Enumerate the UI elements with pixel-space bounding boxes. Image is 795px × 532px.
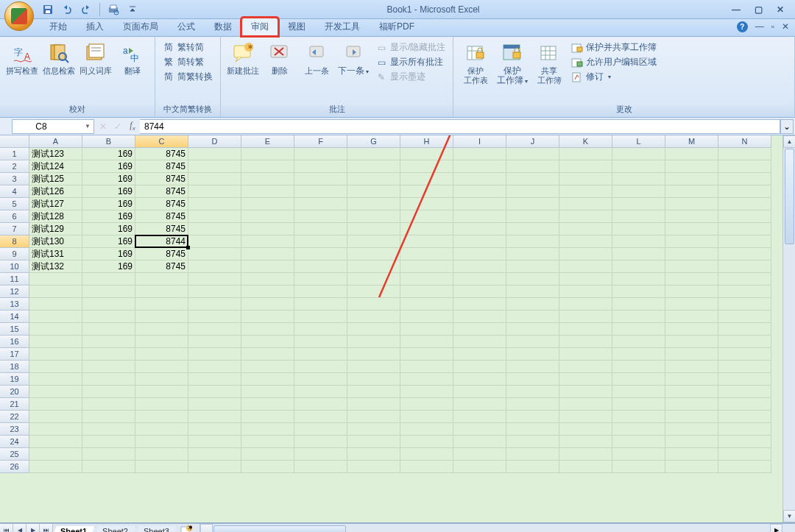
cell[interactable]: [559, 260, 612, 273]
cell[interactable]: [188, 398, 241, 411]
cell[interactable]: [188, 198, 241, 210]
cell[interactable]: [506, 160, 559, 173]
tab-公式[interactable]: 公式: [168, 18, 205, 36]
cell[interactable]: [400, 398, 453, 411]
cell[interactable]: [453, 148, 506, 160]
cell[interactable]: [718, 160, 771, 173]
cell[interactable]: [29, 373, 82, 386]
cell[interactable]: [665, 273, 718, 285]
cell[interactable]: [347, 148, 400, 160]
cell[interactable]: [294, 248, 347, 260]
cell[interactable]: [29, 311, 82, 323]
cell[interactable]: [135, 398, 188, 411]
cell[interactable]: [506, 336, 559, 348]
cell[interactable]: 169: [82, 173, 135, 185]
cell[interactable]: [665, 285, 718, 298]
cell[interactable]: [559, 411, 612, 423]
cell[interactable]: [665, 336, 718, 348]
cell[interactable]: [347, 248, 400, 260]
cell[interactable]: [400, 461, 453, 473]
cell[interactable]: [718, 298, 771, 311]
cell[interactable]: [665, 323, 718, 336]
cell[interactable]: [718, 235, 771, 248]
tab-插入[interactable]: 插入: [77, 18, 113, 36]
cell[interactable]: [453, 348, 506, 361]
cell[interactable]: [188, 235, 241, 248]
cell[interactable]: [188, 285, 241, 298]
cell[interactable]: 8745: [135, 223, 188, 235]
cell[interactable]: [82, 285, 135, 298]
cell[interactable]: [29, 448, 82, 461]
cell[interactable]: [612, 373, 665, 386]
cell[interactable]: [400, 260, 453, 273]
cell[interactable]: [506, 423, 559, 436]
cell[interactable]: [241, 285, 294, 298]
translate-button[interactable]: a中 翻译: [115, 40, 150, 77]
cell[interactable]: [188, 260, 241, 273]
cell[interactable]: 测试129: [29, 223, 82, 235]
cell[interactable]: [612, 148, 665, 160]
cell[interactable]: [135, 361, 188, 373]
cell[interactable]: [453, 248, 506, 260]
cell[interactable]: [612, 235, 665, 248]
cell[interactable]: [294, 373, 347, 386]
cell[interactable]: 169: [82, 223, 135, 235]
new-comment-button[interactable]: ✶ 新建批注: [225, 40, 261, 77]
cell[interactable]: [612, 260, 665, 273]
track-changes-button[interactable]: 修订▾: [571, 71, 657, 83]
column-header[interactable]: C: [135, 135, 188, 148]
cell[interactable]: [400, 323, 453, 336]
cell[interactable]: [188, 423, 241, 436]
cell[interactable]: [453, 260, 506, 273]
cell[interactable]: [506, 348, 559, 361]
cell[interactable]: [718, 210, 771, 223]
redo-icon[interactable]: [78, 1, 94, 18]
cell[interactable]: [241, 273, 294, 285]
column-header[interactable]: D: [188, 135, 241, 148]
cell[interactable]: [506, 373, 559, 386]
sheet-tab[interactable]: Sheet3: [135, 526, 177, 533]
cell[interactable]: [665, 436, 718, 448]
cell[interactable]: [347, 198, 400, 210]
cell[interactable]: [612, 173, 665, 185]
cell[interactable]: [82, 323, 135, 336]
cell[interactable]: [718, 361, 771, 373]
insert-function-button[interactable]: fx: [125, 119, 140, 134]
scroll-down-button[interactable]: ▼: [783, 510, 795, 522]
cell[interactable]: [612, 210, 665, 223]
cell[interactable]: 测试131: [29, 248, 82, 260]
cell[interactable]: [612, 336, 665, 348]
column-header[interactable]: I: [453, 135, 506, 148]
cell[interactable]: [718, 448, 771, 461]
cell[interactable]: [506, 248, 559, 260]
column-header[interactable]: E: [241, 135, 294, 148]
cell[interactable]: [453, 285, 506, 298]
cell[interactable]: [29, 323, 82, 336]
cell[interactable]: [347, 223, 400, 235]
row-header[interactable]: 2: [0, 160, 29, 173]
cell[interactable]: [82, 423, 135, 436]
tab-开发工具[interactable]: 开发工具: [315, 18, 370, 36]
cell[interactable]: [347, 273, 400, 285]
cell[interactable]: [718, 248, 771, 260]
row-header[interactable]: 11: [0, 273, 29, 285]
cell[interactable]: [559, 448, 612, 461]
cell[interactable]: [453, 361, 506, 373]
cell[interactable]: [135, 423, 188, 436]
cell[interactable]: [347, 173, 400, 185]
cell[interactable]: [453, 298, 506, 311]
cell[interactable]: [559, 461, 612, 473]
cell[interactable]: [241, 373, 294, 386]
cell[interactable]: 8745: [135, 148, 188, 160]
cell[interactable]: [135, 298, 188, 311]
cell[interactable]: 169: [82, 248, 135, 260]
cell[interactable]: [612, 436, 665, 448]
cell[interactable]: [400, 198, 453, 210]
row-header[interactable]: 6: [0, 210, 29, 223]
name-box-dropdown-icon[interactable]: ▼: [85, 123, 91, 130]
cell[interactable]: [400, 223, 453, 235]
cell[interactable]: [241, 198, 294, 210]
cell[interactable]: [188, 448, 241, 461]
cell[interactable]: [506, 398, 559, 411]
cell[interactable]: 169: [82, 185, 135, 198]
